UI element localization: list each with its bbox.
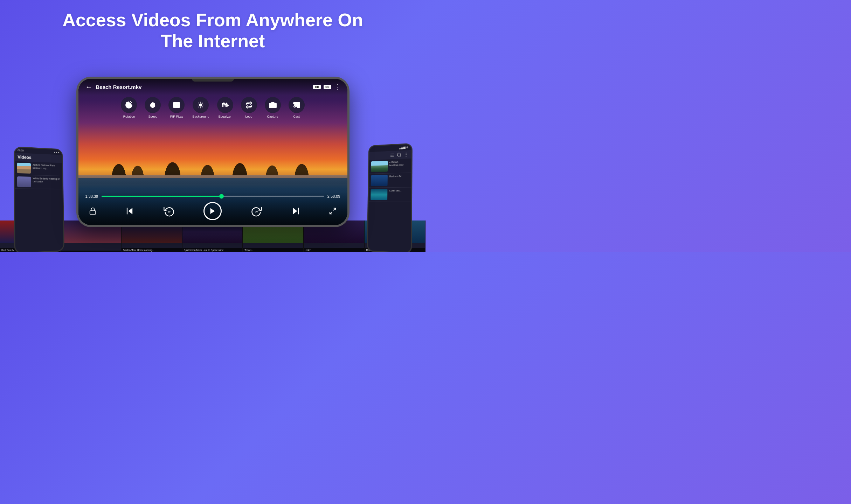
list-item[interactable]: White Butterfly Resting on cat's.mkv: [15, 175, 62, 189]
left-title: Videos: [18, 155, 31, 160]
cast-label: Cast: [293, 115, 300, 118]
right-search-icon[interactable]: [397, 152, 402, 157]
film-label: .mkv: [304, 248, 364, 252]
lock-button[interactable]: [89, 207, 97, 215]
film-label: Spider-Man: Home coming...: [122, 248, 182, 252]
back-button[interactable]: ←: [85, 83, 92, 91]
capture-icon-circle: [265, 97, 281, 113]
equalizer-icon-circle: [217, 97, 233, 113]
svg-point-13: [224, 104, 226, 105]
loop-label: Loop: [245, 115, 252, 118]
headline-title: Access Videos From Anywhere On The Inter…: [62, 10, 363, 52]
pip-label: PIP PLay: [170, 115, 183, 118]
film-label: Spiderman Miles Lost In Space.wmv: [182, 248, 243, 252]
thumb-brown-boat: [371, 161, 388, 172]
rotation-icon-circle: [121, 97, 137, 113]
list-item[interactable]: Red sea.flv: [369, 173, 411, 188]
play-button[interactable]: [203, 202, 222, 220]
pip-icon-circle: [168, 97, 185, 113]
cast-icon-circle: [289, 97, 305, 113]
svg-marker-19: [129, 208, 133, 214]
thumb-butterfly: [17, 176, 31, 187]
right-more-icon[interactable]: ⋮: [404, 152, 409, 158]
ctrl-pip[interactable]: PIP PLay: [168, 97, 185, 118]
right-menu-icon: [390, 153, 395, 158]
capture-label: Capture: [267, 115, 278, 118]
progress-bar[interactable]: [102, 196, 324, 197]
prev-button[interactable]: [125, 206, 134, 216]
cc-badge: CC: [324, 85, 331, 89]
controls-icons-row: Rotation Speed: [78, 97, 347, 118]
video-title-arches: Arches National Park Entrance.mp...: [33, 163, 60, 170]
headline-line1: Access Videos From Anywhere On: [62, 10, 363, 30]
ctrl-speed[interactable]: Speed: [145, 97, 161, 118]
film-label: [61, 251, 121, 252]
topbar-left: ← Beach Resort.mkv: [85, 83, 142, 91]
left-icons: ● ● ●: [54, 151, 60, 153]
topbar-right: HD CC ⋮: [313, 83, 340, 91]
player-topbar: ← Beach Resort.mkv HD CC ⋮: [78, 79, 347, 95]
right-video-list: e Brownlen Boat.mov Red sea.flv Coral se…: [368, 159, 411, 202]
thumb-arches: [17, 163, 31, 174]
left-time: 08:59: [18, 149, 24, 152]
loop-icon-circle: [241, 97, 257, 113]
svg-rect-23: [298, 208, 299, 214]
video-player[interactable]: ← Beach Resort.mkv HD CC ⋮: [78, 79, 347, 225]
svg-point-16: [271, 104, 274, 106]
svg-marker-22: [293, 208, 297, 214]
svg-point-5: [200, 104, 202, 106]
ctrl-cast[interactable]: Cast: [289, 97, 305, 118]
video-title-butterfly: White Butterfly Resting on cat's.mkv: [33, 177, 61, 183]
phone-left: 08:59 ● ● ● Videos Arches National Park …: [14, 146, 64, 252]
right-video-title-2: Red sea.flv: [389, 175, 402, 178]
right-video-title-1: e Brownlen Boat.mov: [389, 160, 403, 167]
thumb-redsea: [371, 175, 388, 186]
list-item[interactable]: Coral sea...: [368, 187, 411, 202]
rotation-label: Rotation: [123, 115, 135, 118]
right-signal: ▂▄▆ ⊕: [399, 146, 409, 149]
headline-section: Access Videos From Anywhere On The Inter…: [62, 10, 363, 52]
overflow-menu-button[interactable]: ⋮: [334, 83, 340, 91]
svg-point-15: [227, 105, 228, 106]
list-item[interactable]: e Brownlen Boat.mov: [369, 159, 411, 174]
rewind-button[interactable]: 10: [163, 205, 175, 217]
thumb-coral: [371, 189, 387, 200]
ctrl-rotation[interactable]: Rotation: [121, 97, 137, 118]
next-button[interactable]: [291, 206, 301, 216]
time-total: 2:58:09: [327, 194, 340, 198]
svg-rect-18: [90, 211, 96, 214]
speed-label: Speed: [148, 115, 157, 118]
playback-controls: 10 10: [85, 202, 340, 220]
svg-rect-20: [127, 208, 127, 214]
phone-right: ▂▄▆ ⊕ ⋮ e Brownlen Boat.mov Red sea.flv: [367, 143, 413, 252]
video-filename: Beach Resort.mkv: [96, 84, 142, 90]
list-item[interactable]: Arches National Park Entrance.mp...: [15, 161, 62, 176]
progress-dot: [219, 194, 224, 198]
svg-point-12: [223, 103, 224, 104]
ctrl-capture[interactable]: Capture: [265, 97, 281, 118]
svg-marker-21: [210, 208, 215, 214]
progress-row: 1:38:39 2:58:09: [85, 194, 340, 198]
palm-silhouettes: [78, 112, 347, 178]
progress-fill: [102, 196, 224, 197]
svg-rect-4: [177, 105, 179, 107]
hd-badge: HD: [313, 85, 321, 89]
forward-button[interactable]: 10: [250, 205, 263, 217]
ctrl-background[interactable]: Background: [192, 97, 209, 118]
speed-icon-circle: [145, 97, 161, 113]
fullscreen-button[interactable]: [329, 207, 337, 215]
ctrl-equalizer[interactable]: Equalizer: [217, 97, 233, 118]
film-label: Travel...: [243, 248, 303, 252]
player-bottom: 1:38:39 2:58:09: [78, 191, 347, 225]
phones-container: 08:59 ● ● ● Videos Arches National Park …: [0, 52, 426, 252]
svg-point-14: [226, 103, 227, 104]
right-video-title-3: Coral sea...: [389, 189, 401, 192]
ctrl-loop[interactable]: Loop: [241, 97, 257, 118]
svg-line-25: [330, 212, 332, 214]
headline-line2: The Internet: [161, 31, 265, 51]
background-label: Background: [192, 115, 209, 118]
phone-main: ← Beach Resort.mkv HD CC ⋮: [76, 77, 350, 227]
svg-line-30: [400, 156, 401, 157]
equalizer-label: Equalizer: [219, 115, 232, 118]
background-icon-circle: [193, 97, 209, 113]
